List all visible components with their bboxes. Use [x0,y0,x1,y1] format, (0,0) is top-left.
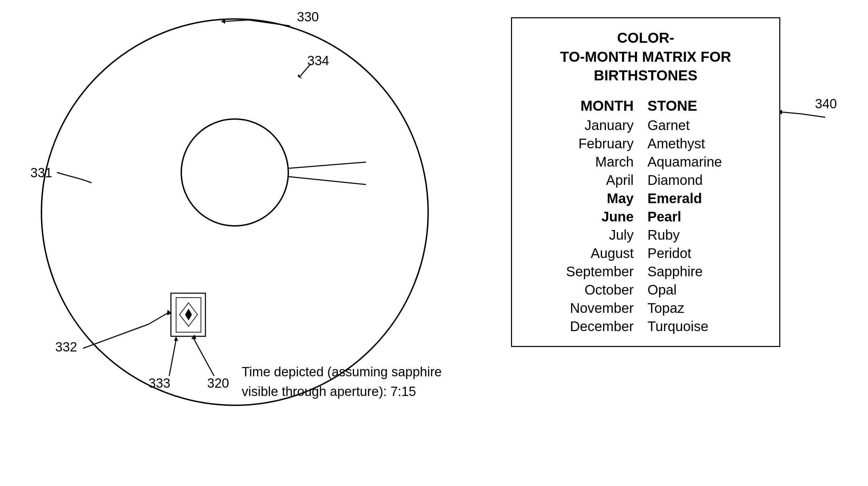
table-row: MayEmerald [526,189,765,208]
stone-cell: Diamond [640,171,765,189]
ref-334-label: 334 [307,53,329,68]
stone-cell: Peridot [640,244,765,262]
stone-cell: Ruby [640,226,765,244]
month-cell: July [526,226,640,244]
svg-line-14 [83,324,148,348]
table-row: SeptemberSapphire [526,262,765,281]
stone-cell: Turquoise [640,317,765,336]
svg-rect-5 [176,298,201,332]
svg-line-8 [249,20,290,26]
svg-line-13 [57,172,69,176]
stone-cell: Amethyst [640,135,765,153]
month-cell: April [526,171,640,189]
diagram-area: 330 334 331 332 333 320 COLOR-TO-MONTH M… [0,0,868,486]
stone-cell: Sapphire [640,262,765,281]
svg-line-15 [148,312,169,324]
table-row: JunePearl [526,208,765,226]
matrix-box: COLOR-TO-MONTH MATRIX FORBIRTHSTONES MON… [511,17,780,347]
svg-line-3 [288,177,366,185]
svg-marker-18 [174,336,178,341]
stone-cell: Topaz [640,299,765,317]
svg-marker-16 [167,310,172,315]
month-cell: January [526,116,640,135]
month-header: MONTH [526,96,640,116]
table-row: MarchAquamarine [526,153,765,171]
month-cell: August [526,244,640,262]
month-cell: November [526,299,640,317]
svg-line-2 [288,162,366,168]
table-row: JulyRuby [526,226,765,244]
svg-rect-4 [171,293,205,336]
svg-line-9 [224,20,249,21]
table-row: AugustPeridot [526,244,765,262]
svg-point-1 [181,119,288,226]
svg-marker-12 [298,74,302,79]
matrix-table: MONTH STONE JanuaryGarnetFebruaryAmethys… [526,96,765,336]
svg-line-19 [193,338,214,376]
svg-line-21 [801,114,825,117]
matrix-title: COLOR-TO-MONTH MATRIX FORBIRTHSTONES [526,29,765,85]
table-row: OctoberOpal [526,281,765,299]
stone-cell: Aquamarine [640,153,765,171]
caption-line2: visible through aperture): 7:15 [242,382,442,401]
svg-point-0 [41,19,428,405]
ref-333-label: 333 [148,376,170,391]
month-cell: September [526,262,640,281]
ref-332-label: 332 [55,340,77,355]
ref-331-label: 331 [30,166,52,180]
table-row: DecemberTurquoise [526,317,765,336]
svg-marker-20 [191,335,196,339]
stone-cell: Garnet [640,116,765,135]
svg-line-22 [782,112,801,114]
stone-cell: Emerald [640,189,765,208]
caption-text: Time depicted (assuming sapphire visible… [242,362,442,401]
stone-cell: Pearl [640,208,765,226]
month-cell: October [526,281,640,299]
month-cell: June [526,208,640,226]
ref-340-label: 340 [815,97,837,111]
table-row: JanuaryGarnet [526,116,765,135]
stone-header: STONE [640,96,765,116]
table-row: FebruaryAmethyst [526,135,765,153]
month-cell: March [526,153,640,171]
month-cell: February [526,135,640,153]
table-row: NovemberTopaz [526,299,765,317]
stone-cell: Opal [640,281,765,299]
caption-line1: Time depicted (assuming sapphire [242,362,442,382]
svg-line-17 [169,340,176,376]
ref-320-label: 320 [207,376,229,391]
svg-marker-10 [221,19,225,24]
table-row: AprilDiamond [526,171,765,189]
month-cell: May [526,189,640,208]
month-cell: December [526,317,640,336]
svg-marker-6 [180,303,197,326]
ref-330-label: 330 [297,10,319,24]
svg-marker-7 [185,309,192,320]
